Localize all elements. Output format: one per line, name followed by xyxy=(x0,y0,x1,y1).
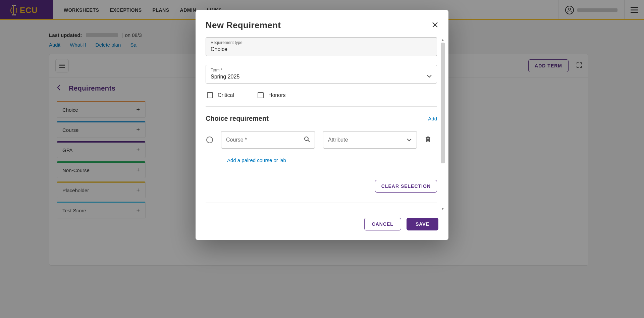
scroll-up-icon: ▲ xyxy=(440,37,445,42)
modal-scroll-area: Requirement type Choice Term * Spring 20… xyxy=(196,37,448,211)
modal-title: New Requirement xyxy=(206,20,281,31)
search-icon xyxy=(304,136,310,144)
cancel-button[interactable]: CANCEL xyxy=(364,218,401,230)
checkbox-icon xyxy=(207,92,213,98)
modal-header: New Requirement xyxy=(196,10,448,37)
attribute-field[interactable]: Attribute xyxy=(323,131,417,149)
modal-scrollbar[interactable]: ▲ ▼ xyxy=(440,37,446,211)
course-field[interactable]: Course * xyxy=(221,131,315,149)
course-placeholder: Course * xyxy=(226,137,247,143)
choice-section-title: Choice requirement xyxy=(206,115,269,122)
flags-row: Critical Honors xyxy=(206,92,437,106)
save-button[interactable]: SAVE xyxy=(407,218,438,230)
requirement-type-label: Requirement type xyxy=(211,40,432,45)
divider xyxy=(206,203,437,203)
attribute-placeholder: Attribute xyxy=(328,137,348,143)
checkbox-icon xyxy=(258,92,264,98)
choice-row: Course * Attribute xyxy=(206,131,437,149)
requirement-type-value: Choice xyxy=(211,45,227,52)
requirement-type-field: Requirement type Choice xyxy=(206,37,437,56)
scroll-thumb[interactable] xyxy=(441,43,445,163)
term-value: Spring 2025 xyxy=(211,72,239,80)
chevron-down-icon xyxy=(407,137,412,143)
new-requirement-modal: New Requirement Requirement type Choice … xyxy=(196,10,448,240)
clear-selection-button[interactable]: CLEAR SELECTION xyxy=(375,180,437,193)
choice-radio[interactable] xyxy=(206,137,213,143)
svg-point-8 xyxy=(305,137,308,141)
term-field[interactable]: Term * Spring 2025 xyxy=(206,65,437,84)
chevron-down-icon xyxy=(427,73,432,79)
term-label: Term * xyxy=(211,68,432,72)
add-paired-course-link[interactable]: Add a paired course or lab xyxy=(227,157,286,163)
modal-overlay[interactable]: New Requirement Requirement type Choice … xyxy=(0,0,644,318)
delete-choice-button[interactable] xyxy=(425,136,431,144)
add-choice-link[interactable]: Add xyxy=(428,116,437,121)
critical-label: Critical xyxy=(218,92,234,98)
honors-label: Honors xyxy=(268,92,286,98)
critical-checkbox[interactable]: Critical xyxy=(207,92,234,98)
modal-footer: CANCEL SAVE xyxy=(196,211,448,240)
choice-section-head: Choice requirement Add xyxy=(206,115,437,122)
trash-icon xyxy=(425,136,431,143)
honors-checkbox[interactable]: Honors xyxy=(258,92,286,98)
divider xyxy=(206,106,437,107)
scroll-down-icon: ▼ xyxy=(440,206,445,211)
modal-close-button[interactable] xyxy=(432,21,438,30)
close-icon xyxy=(432,21,438,28)
